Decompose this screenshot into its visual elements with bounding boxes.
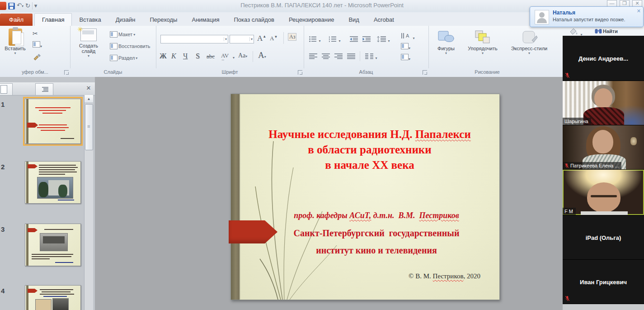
shapes-icon — [437, 29, 455, 46]
quick-styles-button[interactable]: Экспресс-стили ▾ — [504, 29, 554, 55]
reset-button[interactable]: Восстановить — [110, 43, 150, 49]
tab-file[interactable]: Файл — [0, 14, 33, 26]
strikethrough-button[interactable]: abc — [207, 53, 215, 60]
line-spacing-button[interactable]: ▾ — [377, 36, 390, 44]
slide-thumbnail-4[interactable] — [25, 285, 81, 310]
scroll-up-icon[interactable]: ▲ — [85, 95, 93, 103]
zoom-notification[interactable]: Наталья Наталья запустит видео позже. ✕ — [530, 6, 644, 27]
find-button[interactable]: Найти — [595, 28, 618, 34]
slide-copyright[interactable]: © В. М. Пестриков, 2020 — [409, 272, 480, 280]
slide-thumbnail-1[interactable] — [25, 99, 81, 144]
text-direction-icon: А — [401, 32, 411, 39]
participant-name: Денис Андреев... — [563, 55, 644, 62]
text-shadow-button[interactable]: S — [196, 52, 200, 60]
slide-org-line-2[interactable]: институт кино и телевидения — [258, 245, 495, 256]
copy-button[interactable]: ▾ — [33, 41, 42, 49]
thumbnail-photo — [35, 299, 52, 310]
participant-tile-fm[interactable]: F M — [563, 170, 644, 215]
section-button[interactable]: Раздел▾ — [110, 55, 137, 61]
tab-design[interactable]: Дизайн — [108, 14, 143, 26]
text-direction-button[interactable]: А ▾ — [401, 32, 414, 41]
slide-thumbnail-3[interactable] — [25, 224, 81, 266]
font-size-combo[interactable]: ▾ — [230, 35, 254, 43]
tab-slideshow[interactable]: Показ слайдов — [227, 14, 282, 26]
participant-name-label: F M — [563, 208, 576, 215]
columns-button[interactable]: ▾ — [365, 53, 377, 61]
participant-tile-patrikeeva[interactable]: Патрикеева Елена ... — [563, 125, 644, 170]
align-text-icon — [401, 43, 409, 49]
clipboard-group-label: уфер обм... — [0, 69, 70, 75]
new-slide-button[interactable]: ✳ Создать слайд ▾ — [75, 29, 103, 58]
participant-tile-sharygina[interactable]: Шарыгина — [563, 81, 644, 125]
muted-mic-icon — [564, 163, 569, 168]
slides-tab-icon — [0, 85, 7, 94]
font-name-combo[interactable]: ▾ — [160, 35, 228, 43]
paste-button[interactable]: Вставить ▾ — [3, 29, 28, 55]
italic-button[interactable]: К — [171, 52, 176, 60]
arrange-button[interactable]: Упорядочить ▾ — [463, 29, 503, 55]
participant-tile-denis[interactable]: Денис Андреев... — [563, 36, 644, 81]
justify-button[interactable] — [347, 53, 355, 61]
participant-tile-ivan[interactable]: Иван Грицкевич — [563, 260, 644, 304]
numbering-button[interactable]: ▾ — [329, 36, 340, 44]
align-right-button[interactable] — [334, 53, 343, 61]
outline-tab[interactable] — [35, 83, 53, 95]
format-painter-button[interactable] — [33, 54, 41, 63]
slides-outline-panel: ✕ 1 2 — [0, 77, 95, 310]
tab-view[interactable]: Вид — [341, 14, 367, 26]
slides-tab[interactable] — [0, 83, 13, 95]
slide-canvas: Научные исследования Н.Д. Папалекси в об… — [95, 77, 644, 310]
underline-button[interactable]: Ч — [183, 52, 188, 60]
font-dialog-launcher[interactable] — [298, 70, 302, 75]
scrollbar-thumb[interactable] — [85, 104, 93, 150]
section-icon — [110, 55, 118, 61]
notification-close-icon[interactable]: ✕ — [637, 8, 641, 14]
font-group-label: Шрифт — [156, 69, 304, 75]
character-spacing-button[interactable]: AV↔ — [221, 52, 229, 62]
scissors-icon: ✂ — [33, 30, 38, 37]
paste-icon — [9, 29, 22, 46]
smartart-button[interactable]: ▾ — [401, 54, 410, 62]
change-case-button[interactable]: Aa▾ — [238, 52, 247, 59]
align-text-button[interactable]: ▾ — [401, 43, 410, 51]
slide-thumbnail-2[interactable] — [25, 161, 81, 204]
layout-icon — [110, 31, 118, 38]
panel-close-icon[interactable]: ✕ — [84, 84, 93, 92]
tab-review[interactable]: Рецензирование — [282, 14, 341, 26]
decrease-indent-button[interactable] — [350, 36, 358, 44]
tab-transitions[interactable]: Переходы — [142, 14, 184, 26]
paragraph-dialog-launcher[interactable] — [423, 70, 427, 75]
align-left-icon — [309, 53, 317, 59]
grow-font-button[interactable]: A▲ — [257, 34, 266, 43]
tab-home[interactable]: Главная — [34, 13, 72, 26]
increase-indent-button[interactable] — [362, 36, 371, 44]
bold-button[interactable]: Ж — [160, 52, 167, 60]
layout-button[interactable]: Макет▾ — [110, 31, 135, 38]
tab-acrobat[interactable]: Acrobat — [367, 14, 401, 26]
format-painter-icon — [33, 54, 41, 61]
align-center-button[interactable] — [322, 53, 330, 61]
current-slide[interactable]: Научные исследования Н.Д. Папалекси в об… — [230, 94, 500, 300]
bullets-button[interactable]: ▾ — [309, 36, 320, 44]
clear-formatting-button[interactable]: Аз — [288, 33, 296, 41]
slide-author-line[interactable]: проф. кафедры АСиТ, д.т.н. В.М. Пестрико… — [258, 211, 495, 220]
slide-org-line-1[interactable]: Санкт-Петербургский государственный — [258, 228, 495, 238]
bullets-icon — [309, 36, 317, 42]
slide-title[interactable]: Научные исследования Н.Д. Папалекси в об… — [244, 127, 495, 173]
clipboard-dialog-launcher[interactable] — [64, 70, 69, 75]
tab-insert[interactable]: Вставка — [72, 14, 108, 26]
video-conference-panel: Денис Андреев... Шарыгина — [563, 36, 644, 310]
participant-name: Иван Грицкевич — [563, 278, 644, 285]
cut-button[interactable]: ✂ — [33, 29, 38, 38]
increase-indent-icon — [362, 36, 371, 42]
align-left-button[interactable] — [309, 53, 317, 61]
shapes-button[interactable]: Фигуры ▾ — [432, 29, 460, 55]
tab-animations[interactable]: Анимация — [184, 14, 226, 26]
numbering-icon — [329, 36, 337, 42]
shrink-font-button[interactable]: A▼ — [270, 35, 277, 42]
participant-name-label: Шарыгина — [563, 118, 591, 125]
font-color-button[interactable]: A▾ — [258, 50, 266, 60]
thumbnails-scrollbar[interactable]: ▲ — [84, 95, 93, 310]
paint-bucket-icon — [569, 28, 578, 36]
participant-tile-ipad[interactable]: iPad (Ольга) — [563, 215, 644, 260]
